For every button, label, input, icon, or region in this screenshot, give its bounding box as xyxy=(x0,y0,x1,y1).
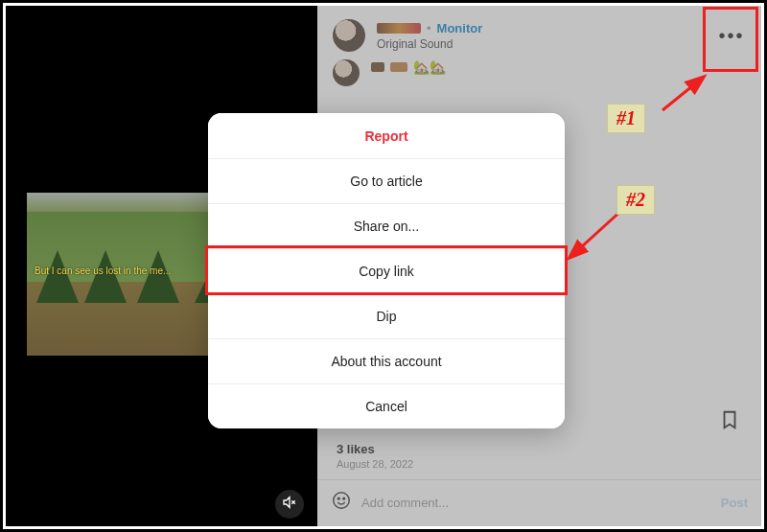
svg-point-1 xyxy=(337,497,339,499)
video-caption: But I can see us lost in the me... xyxy=(35,266,171,276)
commenter-avatar[interactable] xyxy=(333,59,360,86)
smiley-icon xyxy=(331,497,352,514)
mute-button[interactable] xyxy=(275,490,304,519)
annotation-step-1: #1 xyxy=(607,104,645,133)
more-horizontal-icon: ••• xyxy=(718,25,744,47)
emoji-picker-button[interactable] xyxy=(331,490,352,515)
comment-redacted xyxy=(390,62,407,72)
sheet-item-report[interactable]: Report xyxy=(208,113,565,158)
options-sheet: ReportGo to articleShare on...Copy linkD… xyxy=(208,113,565,428)
separator-dot: • xyxy=(427,21,431,35)
more-options-button[interactable]: ••• xyxy=(717,21,746,50)
tree-shape xyxy=(84,250,127,303)
comment-redacted xyxy=(371,62,384,72)
svg-point-0 xyxy=(334,493,350,509)
post-header: • Monitor Original Sound ••• xyxy=(317,6,761,58)
volume-muted-icon xyxy=(282,495,297,514)
screenshot-frame: But I can see us lost in the me... • Mon… xyxy=(0,0,767,532)
add-comment-bar: Post xyxy=(317,479,761,526)
username-redacted xyxy=(377,23,421,34)
poster-avatar[interactable] xyxy=(333,19,365,52)
likes-block: 3 likes August 28, 2022 xyxy=(317,438,761,479)
header-text: • Monitor Original Sound xyxy=(377,21,482,51)
bookmark-button[interactable] xyxy=(719,409,740,434)
bookmark-icon xyxy=(719,417,740,433)
sheet-item-share-on[interactable]: Share on... xyxy=(208,203,565,248)
sheet-item-copy-link[interactable]: Copy link xyxy=(208,248,565,293)
original-sound-label[interactable]: Original Sound xyxy=(377,37,482,51)
sheet-item-go-article[interactable]: Go to article xyxy=(208,158,565,203)
comment-input[interactable] xyxy=(361,496,711,510)
comment-body: 🏡🏡 xyxy=(371,59,446,75)
user-line: • Monitor xyxy=(377,21,482,35)
tree-shape xyxy=(36,250,79,303)
house-emoji-icon: 🏡🏡 xyxy=(413,59,446,75)
post-date: August 28, 2022 xyxy=(337,458,742,470)
top-comment-row: 🏡🏡 xyxy=(317,58,761,94)
sheet-item-dip[interactable]: Dip xyxy=(208,293,565,338)
sheet-item-about-acct[interactable]: About this account xyxy=(208,338,565,383)
monitor-link[interactable]: Monitor xyxy=(437,21,483,35)
likes-count[interactable]: 3 likes xyxy=(337,442,742,456)
tree-shape xyxy=(137,250,179,303)
sheet-item-cancel[interactable]: Cancel xyxy=(208,383,565,428)
svg-point-2 xyxy=(343,497,345,499)
post-comment-button[interactable]: Post xyxy=(721,496,748,510)
annotation-step-2: #2 xyxy=(616,185,655,215)
